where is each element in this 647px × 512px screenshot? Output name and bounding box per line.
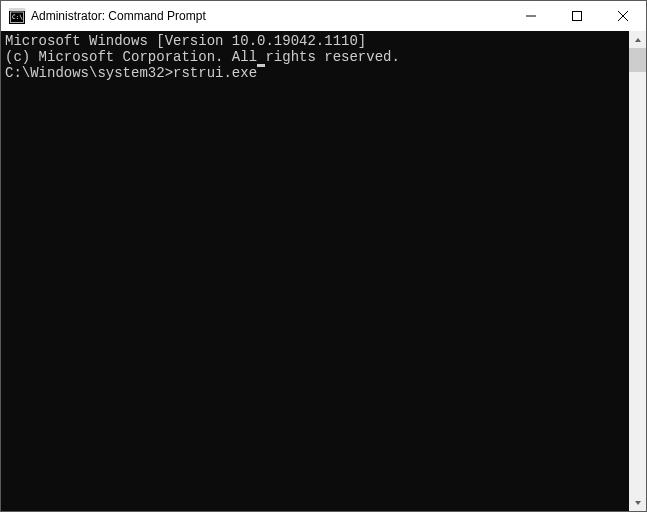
close-button[interactable] [600,1,646,31]
cursor-icon [257,64,265,67]
command-prompt-window: C:\ Administrator: Command Prompt Micros… [0,0,647,512]
prompt-text: C:\Windows\system32> [5,65,173,81]
svg-text:C:\: C:\ [12,13,23,20]
svg-rect-5 [573,12,582,21]
maximize-button[interactable] [554,1,600,31]
scrollbar-thumb[interactable] [629,48,646,72]
scroll-up-button[interactable] [629,31,646,48]
cmd-icon: C:\ [9,8,25,24]
banner-line: (c) Microsoft Corporation. All rights re… [5,49,629,65]
prompt-line: C:\Windows\system32>rstrui.exe [5,65,629,81]
terminal-output[interactable]: Microsoft Windows [Version 10.0.19042.11… [1,31,629,511]
vertical-scrollbar[interactable] [629,31,646,511]
svg-rect-1 [9,8,25,11]
scroll-down-button[interactable] [629,494,646,511]
minimize-button[interactable] [508,1,554,31]
svg-marker-8 [635,38,641,42]
command-input[interactable]: rstrui.exe [173,65,257,81]
window-title: Administrator: Command Prompt [31,9,206,23]
banner-line: Microsoft Windows [Version 10.0.19042.11… [5,33,629,49]
scrollbar-track[interactable] [629,48,646,494]
titlebar[interactable]: C:\ Administrator: Command Prompt [1,1,646,31]
window-controls [508,1,646,31]
client-area: Microsoft Windows [Version 10.0.19042.11… [1,31,646,511]
svg-marker-9 [635,501,641,505]
